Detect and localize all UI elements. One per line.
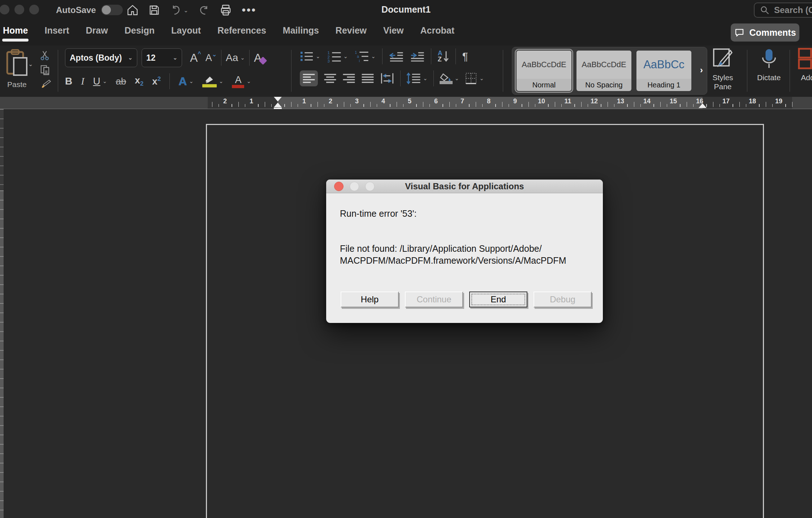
dictate-button[interactable]: Dictate xyxy=(757,48,781,82)
hanging-indent-marker[interactable] xyxy=(274,103,282,107)
tab-insert[interactable]: Insert xyxy=(44,25,69,36)
align-center-button[interactable] xyxy=(324,73,337,84)
ruler-tick xyxy=(219,104,219,107)
document-canvas[interactable]: Visual Basic for Applications Run-time e… xyxy=(0,109,812,518)
continue-button: Continue xyxy=(405,292,463,307)
end-button[interactable]: End xyxy=(469,292,527,307)
grow-font-button[interactable]: A^ xyxy=(190,51,201,65)
multilevel-list-button[interactable]: 1ai ⌄ xyxy=(354,50,376,63)
borders-button[interactable]: ⌄ xyxy=(465,72,484,85)
ruler-tick xyxy=(363,104,364,107)
svg-text:i: i xyxy=(359,59,360,63)
numbered-list-button[interactable]: 123 ⌄ xyxy=(327,50,348,63)
first-line-indent-marker[interactable] xyxy=(274,97,282,102)
svg-text:a: a xyxy=(357,55,359,59)
cut-icon[interactable] xyxy=(40,50,51,61)
horizontal-ruler[interactable]: 2112345678910111213141516171819 xyxy=(0,97,812,109)
tab-view[interactable]: View xyxy=(383,25,404,36)
tab-mailings[interactable]: Mailings xyxy=(283,25,319,36)
style-normal-label: Normal xyxy=(517,79,571,91)
copy-icon[interactable] xyxy=(40,64,51,75)
tab-references[interactable]: References xyxy=(217,25,266,36)
ruler-number: 7 xyxy=(461,98,464,105)
add-ins-button[interactable]: Add xyxy=(798,48,812,82)
style-normal[interactable]: AaBbCcDdE Normal xyxy=(517,51,571,91)
ruler-tick xyxy=(614,104,615,107)
line-spacing-button[interactable]: ⌄ xyxy=(406,72,428,85)
tab-review[interactable]: Review xyxy=(336,25,367,36)
style-heading-1[interactable]: AaBbCc Heading 1 xyxy=(636,51,691,91)
styles-gallery-expand-chevron[interactable]: › xyxy=(700,65,703,75)
ruler-tick xyxy=(667,104,668,107)
ruler-tick xyxy=(265,102,265,107)
tab-design[interactable]: Design xyxy=(125,25,155,36)
underline-button[interactable]: U⌄ xyxy=(93,75,107,87)
justify-button[interactable] xyxy=(361,73,374,84)
decrease-indent-button[interactable] xyxy=(389,51,403,62)
dialog-titlebar[interactable]: Visual Basic for Applications xyxy=(326,180,603,193)
text-effects-button[interactable]: A⌄ xyxy=(178,75,194,88)
ruler-tick xyxy=(350,104,351,107)
subscript-button[interactable]: x2 xyxy=(135,75,143,87)
highlight-color-button[interactable]: ⌄ xyxy=(202,75,224,87)
font-color-button[interactable]: A ⌄ xyxy=(232,74,251,88)
bullet-list-button[interactable]: ⌄ xyxy=(300,50,320,62)
tab-layout[interactable]: Layout xyxy=(171,25,201,36)
shrink-font-button[interactable]: A⌄ xyxy=(206,52,217,64)
ruler-tick xyxy=(311,104,311,107)
comment-bubble-icon xyxy=(734,27,745,38)
show-paragraph-marks-button[interactable]: ¶ xyxy=(462,50,468,62)
tab-acrobat[interactable]: Acrobat xyxy=(420,25,454,36)
font-name-select[interactable]: Aptos (Body)⌄ xyxy=(65,48,137,67)
ruler-number: 1 xyxy=(250,98,253,105)
style-no-spacing[interactable]: AaBbCcDdE No Spacing xyxy=(576,51,631,91)
error-path-line-2: MACPDFM/MacPDFM.framework/Versions/A/Mac… xyxy=(340,255,589,267)
ruler-tick xyxy=(693,104,694,107)
highlighter-icon xyxy=(202,75,215,85)
ruler-tick xyxy=(792,102,793,107)
clipboard-paste-icon xyxy=(4,48,30,77)
increase-indent-button[interactable] xyxy=(410,51,424,62)
superscript-button[interactable]: x2 xyxy=(152,75,161,87)
paste-menu-chevron[interactable]: ⌄ xyxy=(28,61,33,68)
change-case-button[interactable]: Aa⌄ xyxy=(226,52,245,64)
align-left-button[interactable] xyxy=(300,70,318,86)
ruler-tick xyxy=(370,102,371,107)
strikethrough-button[interactable]: ab xyxy=(116,76,126,87)
debug-button: Debug xyxy=(534,292,592,307)
sort-button[interactable]: AZ xyxy=(438,50,449,62)
help-button[interactable]: Help xyxy=(341,292,399,307)
styles-pane-label: Styles xyxy=(712,73,733,82)
styles-pane-button[interactable]: StylesPane xyxy=(712,48,733,91)
tab-home[interactable]: Home xyxy=(3,25,28,36)
ruler-tick xyxy=(653,104,654,107)
search-input[interactable]: Search (C xyxy=(754,3,812,18)
ruler-tick xyxy=(429,104,430,107)
ruler-tick xyxy=(495,104,496,107)
comments-button[interactable]: Comments xyxy=(731,23,799,42)
dialog-close-button[interactable] xyxy=(334,182,344,191)
tab-draw[interactable]: Draw xyxy=(86,25,108,36)
font-size-select[interactable]: 12⌄ xyxy=(142,48,182,67)
ruler-tick xyxy=(706,104,707,107)
italic-button[interactable]: I xyxy=(81,75,84,87)
ruler-tick xyxy=(232,104,232,107)
ruler-number: 10 xyxy=(538,98,545,105)
ruler-number: 11 xyxy=(564,98,571,105)
paste-button[interactable]: ⌄ Paste xyxy=(4,48,55,95)
shading-button[interactable]: ⌄ xyxy=(440,73,459,84)
format-painter-icon[interactable] xyxy=(40,79,51,90)
word-window: AutoSave ⌄ ••• Document1 Search (C xyxy=(0,0,812,518)
add-ins-label: Add xyxy=(801,73,812,82)
ruler-tick xyxy=(442,104,443,107)
ruler-tick xyxy=(344,102,345,107)
ruler-tick xyxy=(298,104,298,107)
bold-button[interactable]: B xyxy=(65,75,72,87)
line-indent-options-button[interactable] xyxy=(380,73,394,84)
vertical-ruler-page xyxy=(0,190,4,518)
error-path-line-1: File not found: /Library/Application Sup… xyxy=(340,243,589,255)
ruler-tick xyxy=(581,102,582,107)
clear-formatting-button[interactable]: A xyxy=(254,51,266,65)
ruler-number: 4 xyxy=(381,98,385,105)
align-right-button[interactable] xyxy=(342,73,355,84)
